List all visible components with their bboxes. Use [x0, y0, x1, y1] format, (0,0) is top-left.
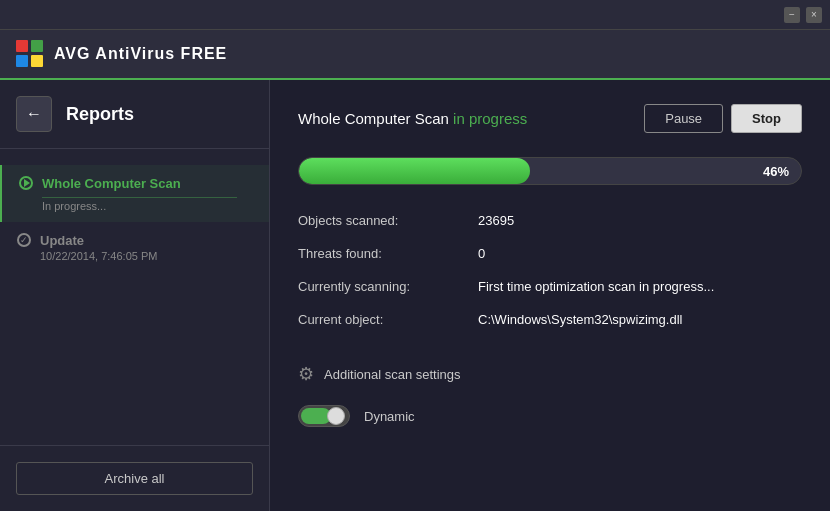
sidebar-item-update-header: ✓ Update	[16, 232, 253, 248]
app-logo: AVG AntiVirus FREE	[16, 40, 227, 68]
app-title: AVG AntiVirus FREE	[54, 45, 227, 63]
item-name-update: Update	[40, 233, 84, 248]
content-area: Whole Computer Scan in progress Pause St…	[270, 80, 830, 511]
stat-value-2: First time optimization scan in progress…	[478, 275, 802, 298]
stat-label-0: Objects scanned:	[298, 209, 478, 232]
progress-container: 46%	[298, 157, 802, 185]
check-circle-icon: ✓	[16, 232, 32, 248]
logo-sq-yellow	[31, 55, 43, 67]
settings-label: Additional scan settings	[324, 367, 461, 382]
logo-icon	[16, 40, 44, 68]
sidebar-item-header: Whole Computer Scan	[18, 175, 253, 191]
logo-sq-blue	[16, 55, 28, 67]
additional-settings[interactable]: ⚙ Additional scan settings	[298, 363, 802, 385]
active-underline	[42, 197, 237, 198]
scan-status-text: in progress	[453, 110, 527, 127]
play-circle-icon	[18, 175, 34, 191]
action-buttons: Pause Stop	[644, 104, 802, 133]
sidebar-footer: Archive all	[0, 445, 269, 511]
logo-sq-red	[16, 40, 28, 52]
sidebar: ← Reports Whole Computer Scan In progres…	[0, 80, 270, 511]
scan-title-text: Whole Computer Scan	[298, 110, 449, 127]
progress-bar-wrapper: 46%	[298, 157, 802, 185]
archive-all-button[interactable]: Archive all	[16, 462, 253, 495]
main-layout: ← Reports Whole Computer Scan In progres…	[0, 80, 830, 511]
sidebar-item-whole-computer-scan[interactable]: Whole Computer Scan In progress...	[0, 165, 269, 222]
dynamic-toggle[interactable]	[298, 405, 350, 427]
stat-label-3: Current object:	[298, 308, 478, 331]
scan-title: Whole Computer Scan in progress	[298, 110, 527, 127]
stat-label-1: Threats found:	[298, 242, 478, 265]
pause-button[interactable]: Pause	[644, 104, 723, 133]
toggle-thumb	[327, 407, 345, 425]
sidebar-item-update[interactable]: ✓ Update 10/22/2014, 7:46:05 PM	[0, 222, 269, 272]
back-button[interactable]: ←	[16, 96, 52, 132]
item-status-update: 10/22/2014, 7:46:05 PM	[16, 250, 253, 262]
minimize-button[interactable]: −	[784, 7, 800, 23]
item-status-scan: In progress...	[18, 200, 253, 212]
logo-sq-green	[31, 40, 43, 52]
title-bar: − ×	[0, 0, 830, 30]
close-button[interactable]: ×	[806, 7, 822, 23]
stats-grid: Objects scanned: 23695 Threats found: 0 …	[298, 209, 802, 331]
stat-value-3: C:\Windows\System32\spwizimg.dll	[478, 308, 802, 331]
sidebar-items: Whole Computer Scan In progress... ✓ Upd…	[0, 149, 269, 445]
stat-value-1: 0	[478, 242, 802, 265]
content-header: Whole Computer Scan in progress Pause St…	[298, 104, 802, 133]
stop-button[interactable]: Stop	[731, 104, 802, 133]
toggle-label: Dynamic	[364, 409, 415, 424]
progress-label: 46%	[763, 164, 789, 179]
progress-bar-fill	[299, 158, 530, 184]
gear-icon: ⚙	[298, 363, 314, 385]
toggle-row: Dynamic	[298, 405, 802, 427]
item-name-scan: Whole Computer Scan	[42, 176, 181, 191]
sidebar-header: ← Reports	[0, 80, 269, 149]
app-header: AVG AntiVirus FREE	[0, 30, 830, 80]
stat-label-2: Currently scanning:	[298, 275, 478, 298]
stat-value-0: 23695	[478, 209, 802, 232]
sidebar-title: Reports	[66, 104, 134, 125]
